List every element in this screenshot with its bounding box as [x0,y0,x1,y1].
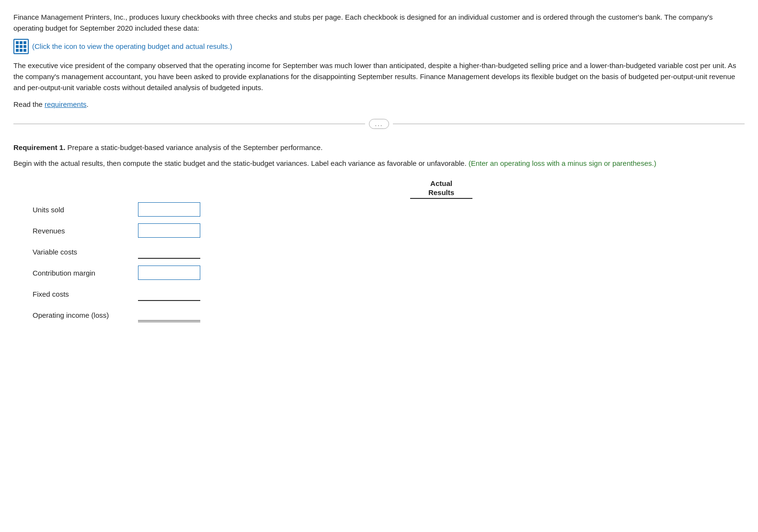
row-label-operating-income: Operating income (loss) [33,311,138,319]
icon-link-row: (Click the icon to view the operating bu… [13,39,745,54]
req-instruction-text: Begin with the actual results, then comp… [13,159,467,167]
col-header-actual: Actual [430,179,452,187]
variable-costs-input-cell [138,244,200,259]
table-row: Revenues [33,222,745,239]
table-row: Contribution margin [33,264,745,281]
data-rows: Units sold Revenues Variable costs [33,201,745,324]
req-instruction: Begin with the actual results, then comp… [13,158,745,169]
intro-paragraph2: The executive vice president of the comp… [13,60,745,93]
section-divider: ... [13,119,745,129]
table-row: Operating income (loss) [33,306,745,324]
table-row: Variable costs [33,243,745,260]
variance-table: Actual Results Units sold Revenues Va [33,179,745,324]
divider-dots: ... [369,119,390,129]
units-sold-input[interactable] [138,202,200,217]
table-row: Units sold [33,201,745,218]
requirements-link[interactable]: requirements [45,100,87,108]
read-requirements-text: Read the requirements. [13,99,745,110]
row-label-contribution-margin: Contribution margin [33,269,138,277]
table-row: Fixed costs [33,285,745,302]
req-green-note: (Enter an operating loss with a minus si… [469,159,656,167]
col-header-group: Actual Results [138,179,745,199]
variable-costs-input[interactable] [138,244,200,259]
intro-paragraph1: Finance Management Printers, Inc., produ… [13,12,745,34]
fixed-costs-input[interactable] [138,287,200,301]
fixed-costs-input-cell [138,287,200,301]
read-req-prefix: Read the [13,100,45,108]
contribution-margin-input[interactable] [138,266,200,280]
budget-icon-link[interactable]: (Click the icon to view the operating bu… [32,42,232,50]
grid-icon[interactable] [13,39,29,54]
divider-line-left [13,124,365,124]
contribution-margin-input-cell [138,266,200,280]
requirement-title: Requirement 1. Prepare a static-budget-b… [13,142,745,153]
req-title-rest: Prepare a static-budget-based variance a… [65,143,322,151]
row-label-variable-costs: Variable costs [33,248,138,256]
col-header-results: Results [410,188,472,199]
row-label-units-sold: Units sold [33,206,138,214]
divider-line-right [393,124,745,124]
read-req-suffix: . [87,100,89,108]
row-label-revenues: Revenues [33,227,138,235]
req-title-bold: Requirement 1. [13,143,65,151]
row-label-fixed-costs: Fixed costs [33,290,138,298]
operating-income-input[interactable] [138,308,200,322]
operating-income-input-cell [138,308,200,322]
revenues-input[interactable] [138,223,200,238]
requirement-section: Requirement 1. Prepare a static-budget-b… [13,142,745,324]
revenues-input-cell [138,223,200,238]
units-sold-input-cell [138,202,200,217]
